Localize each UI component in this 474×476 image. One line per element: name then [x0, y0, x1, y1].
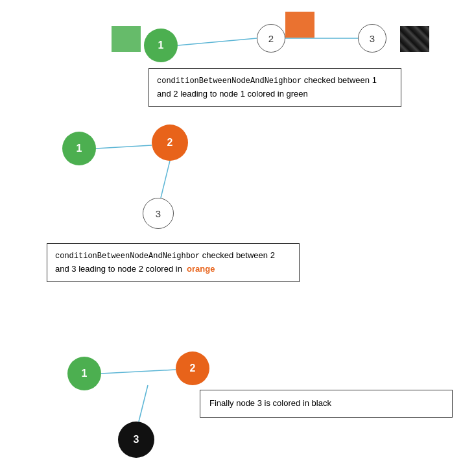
- infobox-section1: conditionBetweenNodeAndNeighbor checked …: [148, 68, 401, 107]
- info-text-3: Finally node 3 is colored in black: [209, 398, 331, 408]
- infobox-section2: conditionBetweenNodeAndNeighbor checked …: [47, 243, 300, 282]
- svg-line-5: [139, 385, 148, 422]
- svg-line-4: [101, 370, 176, 374]
- node-1-section2: 1: [62, 132, 96, 165]
- square-dark-icon: [400, 26, 429, 52]
- infobox-section3: Finally node 3 is colored in black: [200, 390, 453, 418]
- node-1-section1: 1: [144, 29, 178, 62]
- color-label-orange: orange: [187, 264, 215, 274]
- code-text-2: conditionBetweenNodeAndNeighbor: [55, 252, 200, 261]
- code-text-1: conditionBetweenNodeAndNeighbor: [157, 77, 302, 86]
- svg-line-3: [161, 161, 170, 198]
- node-1-section3: 1: [67, 357, 101, 390]
- node-2-section1: 2: [257, 24, 285, 53]
- svg-line-0: [178, 38, 257, 45]
- square-green-icon: [112, 26, 141, 52]
- diagram-container: 1 2 3 conditionBetweenNodeAndNeighbor ch…: [0, 0, 474, 476]
- node-3-section1: 3: [358, 24, 386, 53]
- square-orange-icon: [285, 12, 314, 38]
- svg-line-2: [96, 145, 152, 149]
- node-3-section2: 3: [143, 198, 174, 229]
- node-2-section2: 2: [152, 125, 188, 161]
- node-2-section3: 2: [176, 351, 209, 385]
- node-3-section3: 3: [118, 422, 154, 458]
